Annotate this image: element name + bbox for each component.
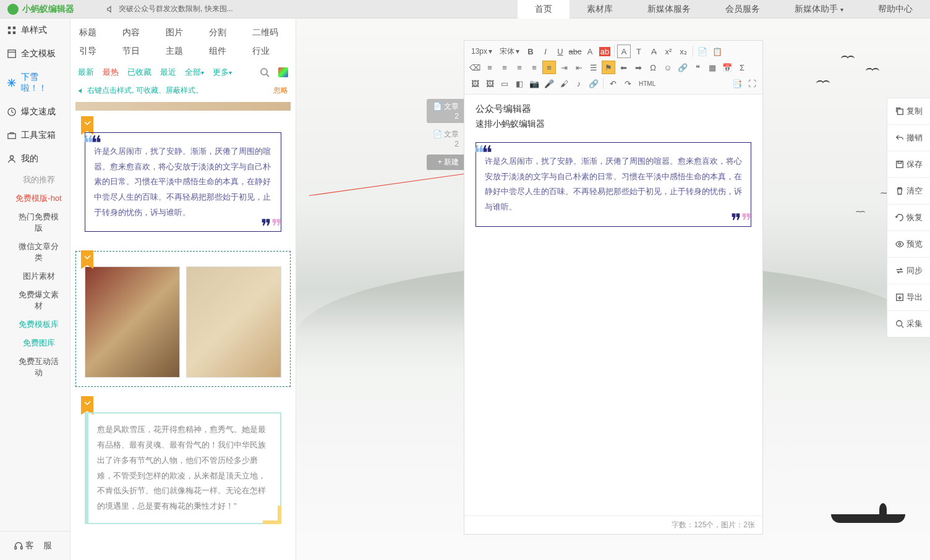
camera-button[interactable]: 📷 [527, 77, 541, 90]
sub-free-activity[interactable]: 免费互动活动 [0, 352, 70, 382]
superscript-button[interactable]: x² [662, 45, 675, 58]
tab-image[interactable]: 图片 [160, 23, 203, 42]
filter-all[interactable]: 全部▾ [185, 67, 204, 78]
mic-button[interactable]: 🎤 [542, 77, 556, 90]
font-color-button[interactable]: A [583, 45, 597, 58]
side-full-template[interactable]: 全文模板 [0, 42, 70, 66]
outdent-button[interactable]: ⇤ [572, 61, 586, 74]
attach-button[interactable]: 🔗 [587, 77, 600, 90]
indent-button[interactable]: ⇥ [557, 61, 571, 74]
paste-button[interactable]: 📋 [710, 45, 724, 58]
align-right-button[interactable]: ≡ [513, 61, 526, 74]
action-collect[interactable]: 采集 [887, 311, 930, 337]
sub-free-template[interactable]: 免费模板库 [0, 315, 70, 334]
doc-tab-1[interactable]: 📄 文章2 [427, 99, 464, 123]
filter-fav[interactable]: 已收藏 [127, 67, 151, 78]
doc-new-button[interactable]: + 新建 [427, 155, 464, 170]
action-copy[interactable]: 复制 [887, 98, 930, 125]
template-item-top[interactable] [75, 102, 291, 111]
action-undo[interactable]: 撤销 [887, 125, 930, 151]
action-preview[interactable]: 预览 [887, 231, 930, 258]
template-border-card[interactable]: 愈是风欺雪压，花开得愈精神，愈秀气。她是最有品格、最有灵魂、最有骨气的！我们中华… [75, 397, 291, 533]
sub-image-mat[interactable]: 图片素材 [0, 267, 70, 286]
side-mine[interactable]: 我的 [0, 147, 70, 171]
align-justify-button[interactable]: ≡ [527, 61, 541, 74]
font-case-button[interactable]: T [632, 45, 646, 58]
tab-title[interactable]: 标题 [73, 23, 116, 42]
sub-free-gallery[interactable]: 免费图库 [0, 334, 70, 352]
undo-button[interactable]: ↶ [606, 77, 620, 90]
sub-free-article[interactable]: 免费爆文素材 [0, 286, 70, 315]
tab-content[interactable]: 内容 [116, 23, 160, 42]
nav-assistant[interactable]: 新媒体助手 ▾ [777, 0, 861, 19]
image-button[interactable]: 🖼 [468, 77, 482, 90]
strike-button[interactable]: abc [568, 45, 582, 58]
filter-hot[interactable]: 最热 [103, 67, 119, 78]
new-doc-button[interactable]: 📄 [696, 45, 709, 58]
sigma-button[interactable]: Σ [735, 61, 749, 74]
action-save[interactable]: 保存 [887, 151, 930, 178]
align-active-button[interactable]: ≡ [542, 61, 556, 74]
nav-help[interactable]: 帮助中心 [861, 0, 930, 19]
editor-title[interactable]: 公众号编辑器 [476, 103, 751, 115]
customer-service[interactable]: 客 服 [0, 531, 70, 560]
logo[interactable]: 小蚂蚁编辑器 [0, 4, 82, 15]
action-sync[interactable]: 同步 [887, 258, 930, 284]
sub-hot-free[interactable]: 热门免费模版 [0, 208, 70, 237]
font-size-select[interactable]: 13px ▾ [468, 46, 495, 57]
bookmark-in-button[interactable]: ⬅ [616, 61, 630, 74]
settings-button[interactable]: 📑 [730, 77, 744, 90]
align-left-button[interactable]: ≡ [483, 61, 497, 74]
html-view-button[interactable]: HTML [636, 79, 659, 88]
nav-materials[interactable]: 素材库 [570, 0, 630, 19]
bookmark-out-button[interactable]: ➡ [631, 61, 645, 74]
tab-festival[interactable]: 节日 [116, 42, 160, 61]
eraser-button[interactable]: ⌫ [468, 61, 482, 74]
tab-component[interactable]: 组件 [203, 42, 246, 61]
table-button[interactable]: ▦ [706, 61, 719, 74]
crop-button[interactable]: ◧ [513, 77, 526, 90]
video-button[interactable]: ▭ [498, 77, 511, 90]
action-clear[interactable]: 清空 [887, 178, 930, 205]
tab-qrcode[interactable]: 二维码 [246, 23, 289, 42]
side-hot-article[interactable]: 爆文速成 [0, 100, 70, 124]
side-toolbox[interactable]: 工具宝箱 [0, 124, 70, 147]
tab-guide[interactable]: 引导 [73, 42, 116, 61]
tab-industry[interactable]: 行业 [246, 42, 289, 61]
nav-home[interactable]: 首页 [518, 0, 570, 19]
calendar-button[interactable]: 📅 [720, 61, 734, 74]
underline-button[interactable]: U [553, 45, 567, 58]
tab-theme[interactable]: 主题 [160, 42, 203, 61]
nav-member[interactable]: 会员服务 [708, 0, 777, 19]
template-list[interactable]: ❝❝ 许是久居闹市，扰了安静。渐渐，厌倦了周围的喧嚣。愈来愈喜欢，将心安放于淡淡… [70, 100, 296, 560]
announcement[interactable]: 突破公众号群发次数限制, 快来围... [106, 4, 233, 14]
subscript-button[interactable]: x₂ [676, 45, 690, 58]
flag-button[interactable]: ⚑ [602, 61, 615, 74]
quote-button[interactable]: ❝ [691, 61, 704, 74]
brush-button[interactable]: 🖌 [557, 77, 571, 90]
omega-button[interactable]: Ω [646, 61, 660, 74]
action-export[interactable]: 导出 [887, 284, 930, 311]
side-single-style[interactable]: 单样式 [0, 19, 70, 42]
italic-button[interactable]: I [539, 45, 552, 58]
emoji-button[interactable]: ☺ [661, 61, 675, 74]
tab-divider[interactable]: 分割 [203, 23, 246, 42]
line-height-button[interactable]: ☰ [587, 61, 600, 74]
editor-quote-block[interactable]: ❝❝ 许是久居闹市，扰了安静。渐渐，厌倦了周围的喧嚣。愈来愈喜欢，将心安放于淡淡… [476, 142, 751, 227]
color-picker-icon[interactable] [278, 67, 288, 77]
align-center-button[interactable]: ≡ [498, 61, 511, 74]
music-button[interactable]: ♪ [572, 77, 586, 90]
font-family-select[interactable]: 宋体 ▾ [497, 45, 523, 58]
editor-block-text[interactable]: 许是久居闹市，扰了安静。渐渐，厌倦了周围的喧嚣。愈来愈喜欢，将心安放于淡淡的文字… [485, 156, 742, 211]
hint-ignore[interactable]: 忽略 [273, 85, 288, 96]
side-snow[interactable]: 下雪啦！！ [0, 66, 70, 100]
editor-content[interactable]: 公众号编辑器 速排小蚂蚁编辑器 ❝❝ 许是久居闹市，扰了安静。渐渐，厌倦了周围的… [464, 95, 762, 515]
clear-format-button[interactable]: A̶ [647, 45, 660, 58]
link-button[interactable]: 🔗 [676, 61, 689, 74]
editor-subtitle[interactable]: 速排小蚂蚁编辑器 [476, 119, 751, 130]
redo-button[interactable]: ↷ [621, 77, 634, 90]
sub-wechat-cat[interactable]: 微信文章分类 [0, 237, 70, 267]
template-quote-card[interactable]: ❝❝ 许是久居闹市，扰了安静。渐渐，厌倦了周围的喧嚣。愈来愈喜欢，将心安放于淡淡… [75, 117, 291, 241]
sub-free-hot[interactable]: 免费模版-hot [0, 189, 70, 208]
filter-recent[interactable]: 最近 [160, 67, 176, 78]
